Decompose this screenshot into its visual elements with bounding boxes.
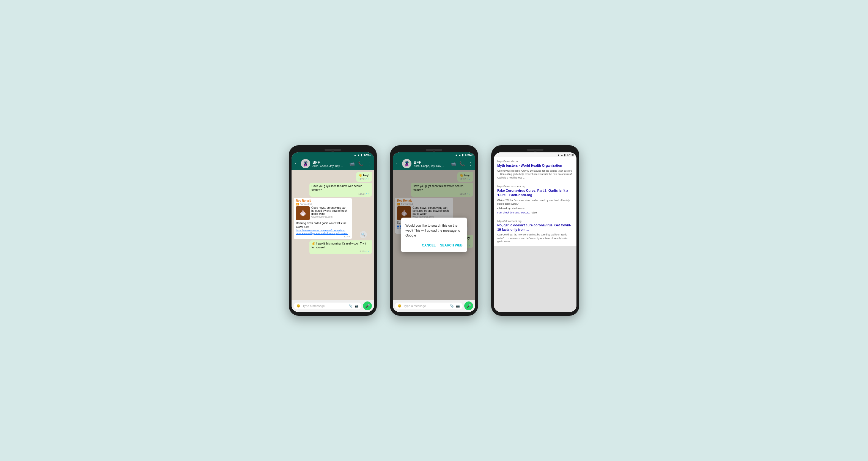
more-icon-2[interactable]: ⋮: [468, 161, 472, 166]
chat-name-1: BFF: [312, 160, 347, 164]
msg-emoji-4: ✌: [312, 242, 316, 245]
chat-subtitle-1: Alisa, Coops, Jay, Roy,...: [312, 164, 347, 167]
header-icons-2: 📹 📞 ⋮: [451, 161, 472, 166]
result-snippet-3: Can Covid-19, the new coronavirus, be cu…: [497, 233, 573, 243]
back-button-2[interactable]: ←: [396, 161, 400, 166]
video-icon-1[interactable]: 📹: [349, 161, 355, 166]
search-web-button[interactable]: SEARCH WEB: [440, 242, 463, 248]
msg-time-3: 12:45: [296, 235, 350, 238]
result-title-1[interactable]: Myth busters - World Health Organization: [497, 164, 573, 168]
cancel-button[interactable]: CANCEL: [422, 242, 436, 248]
attach-icon-1[interactable]: 📎: [349, 304, 352, 308]
chat-header-2: ← 🦹 BFF Alisa, Coops, Jay, Roy,... 📹 📞 ⋮: [393, 157, 475, 170]
mic-button-1[interactable]: 🎤: [363, 302, 372, 310]
forwarded-card: 🧄 Good news, coronavirus can be cured by…: [296, 206, 350, 220]
result-fact-check: Fact check by FactCheck.org: False: [497, 211, 573, 214]
forwarded-image: 🧄: [296, 206, 310, 220]
emoji-icon-1[interactable]: 😊: [297, 304, 300, 308]
dialog-text: Would you like to search this on the web…: [405, 223, 463, 238]
input-box-2[interactable]: 😊 Type a message 📎 📷: [395, 303, 463, 309]
chat-header-1: ← 🦹 BFF Alisa, Coops, Jay, Roy,... 📹 📞 ⋮: [291, 157, 374, 170]
chat-body-1: 👋 Hey! 11:32 ✓✓ Have you guys seen this …: [291, 170, 374, 300]
claim-text: "Wuhan's corona virus can be cured by on…: [497, 199, 569, 206]
search-dialog: Would you like to search this on the web…: [401, 218, 467, 252]
search-result-1: https://www.who.int Myth busters - World…: [494, 157, 577, 182]
phone-3: ▲ ▲ ▮ 12:50 https://www.who.int Myth bus…: [491, 145, 579, 316]
signal-icon-3: ▲: [560, 153, 563, 156]
result-claim: Claim: "Wuhan's corona virus can be cure…: [497, 198, 573, 206]
msg-text-4: I saw it this morning, it's really cool!…: [312, 242, 366, 249]
result-url-3: https://africacheck.org: [497, 220, 573, 222]
result-title-2[interactable]: Fake Coronavirus Cures, Part 2: Garlic I…: [497, 189, 573, 197]
claimed-by-label: Claimed by:: [497, 207, 511, 210]
chat-subtitle-2: Alisa, Coops, Jay, Roy,...: [414, 164, 448, 167]
result-snippet-1: Coronavirus disease (COVID-19) advice fo…: [497, 169, 573, 180]
status-time-1: 12:50: [364, 153, 371, 156]
message-out-2: Have you guys seen this new web search f…: [309, 183, 372, 197]
msg-ticks-4: ✓✓: [365, 250, 370, 253]
status-time-3: 12:50: [567, 153, 574, 156]
avatar-1: 🦹: [301, 159, 310, 168]
chat-info-2: BFF Alisa, Coops, Jay, Roy,...: [414, 160, 448, 167]
chat-input-1: 😊 Type a message 📎 📷 🎤: [291, 300, 374, 312]
input-box-1[interactable]: 😊 Type a message 📎 📷: [294, 303, 362, 309]
back-button-1[interactable]: ←: [294, 161, 299, 166]
camera-icon-input-1[interactable]: 📷: [355, 304, 359, 308]
forward-sender: Roy Ronald: [296, 199, 350, 202]
status-icons-2: ▲ ▲ ▮: [455, 153, 464, 156]
header-icons-1: 📹 📞 ⋮: [349, 161, 371, 166]
result-title-3[interactable]: No, garlic doesn't cure coronavirus. Get…: [497, 223, 573, 232]
phone-screen-2: ▲ ▲ ▮ 12:50 ← 🦹 BFF Alisa, Coops, Jay, R…: [393, 152, 475, 312]
chat-body-2: 👋 Hey! 11:32 ✓✓ Have you guys seen this …: [393, 170, 475, 300]
more-icon-1[interactable]: ⋮: [367, 161, 371, 166]
wifi-icon-3: ▲: [557, 153, 560, 156]
status-time-2: 12:50: [465, 153, 472, 156]
msg-time-1: 11:32 ✓✓: [359, 178, 370, 180]
phone-2: ▲ ▲ ▮ 12:50 ← 🦹 BFF Alisa, Coops, Jay, R…: [390, 145, 478, 316]
emoji-icon-2[interactable]: 😊: [398, 304, 402, 308]
card-text: Good news, coronavirus can be cured by o…: [311, 206, 350, 215]
search-results-body: https://www.who.int Myth busters - World…: [494, 157, 577, 312]
msg-link[interactable]: https://www.covcures.com/news/coronaviru…: [296, 229, 350, 235]
status-icons-3: ▲ ▲ ▮: [557, 153, 566, 156]
dialog-overlay: Would you like to search this on the web…: [393, 170, 475, 300]
phone-camera-3: [534, 150, 536, 152]
message-forwarded-1: Roy Ronald ⏩ Forwarded 🧄 Good news, coro…: [294, 198, 352, 239]
phone-camera-2: [433, 150, 435, 152]
msg-ticks-2: ✓✓: [365, 192, 370, 195]
wifi-icon-2: ▲: [455, 153, 458, 156]
message-out-1: 👋 Hey! 11:32 ✓✓: [356, 172, 372, 182]
phones-container: ▲ ▲ ▮ 12:50 ← 🦹 BFF Alisa, Coops, Jay, R…: [289, 145, 579, 316]
status-bar-2: ▲ ▲ ▮ 12:50: [393, 152, 475, 157]
phone-screen-1: ▲ ▲ ▮ 12:50 ← 🦹 BFF Alisa, Coops, Jay, R…: [291, 152, 374, 312]
search-result-3: https://africacheck.org No, garlic doesn…: [494, 217, 577, 246]
attach-icon-2[interactable]: 📎: [450, 304, 454, 308]
result-url-2: https://www.factcheck.org: [497, 185, 573, 188]
chat-name-2: BFF: [414, 160, 448, 164]
card-url: www.covcures.com: [311, 215, 350, 218]
placeholder-text-1: Type a message: [303, 304, 346, 308]
mic-button-2[interactable]: 🎤: [464, 302, 473, 310]
phone-screen-3: ▲ ▲ ▮ 12:50 https://www.who.int Myth bus…: [494, 152, 577, 312]
status-bar-3: ▲ ▲ ▮ 12:50: [494, 152, 577, 157]
fact-check-label: Fact check by FactCheck.org:: [497, 211, 530, 214]
signal-icon-2: ▲: [459, 153, 461, 156]
claim-label: Claim:: [497, 199, 505, 202]
phone-icon-2[interactable]: 📞: [459, 161, 465, 166]
chat-info-1: BFF Alisa, Coops, Jay, Roy,...: [312, 160, 347, 167]
search-icon-bubble[interactable]: 🔍: [360, 231, 367, 238]
phone-icon-1[interactable]: 📞: [358, 161, 364, 166]
msg-time-4: 12:45 ✓✓: [312, 250, 370, 253]
video-icon-2[interactable]: 📹: [451, 161, 456, 166]
msg-emoji-1: 👋: [359, 174, 363, 177]
battery-icon-3: ▮: [564, 153, 566, 156]
search-result-2: https://www.factcheck.org Fake Coronavir…: [494, 182, 577, 217]
message-out-3: ✌ I saw it this morning, it's really coo…: [309, 240, 372, 254]
chat-input-2: 😊 Type a message 📎 📷 🎤: [393, 300, 475, 312]
msg-text-1: Hey!: [363, 174, 369, 177]
forward-icon: ⏩: [296, 203, 299, 206]
battery-icon-2: ▮: [462, 153, 464, 156]
camera-icon-input-2[interactable]: 📷: [456, 304, 460, 308]
claimed-by-text: Viral meme: [512, 207, 525, 210]
battery-icon: ▮: [361, 153, 363, 156]
